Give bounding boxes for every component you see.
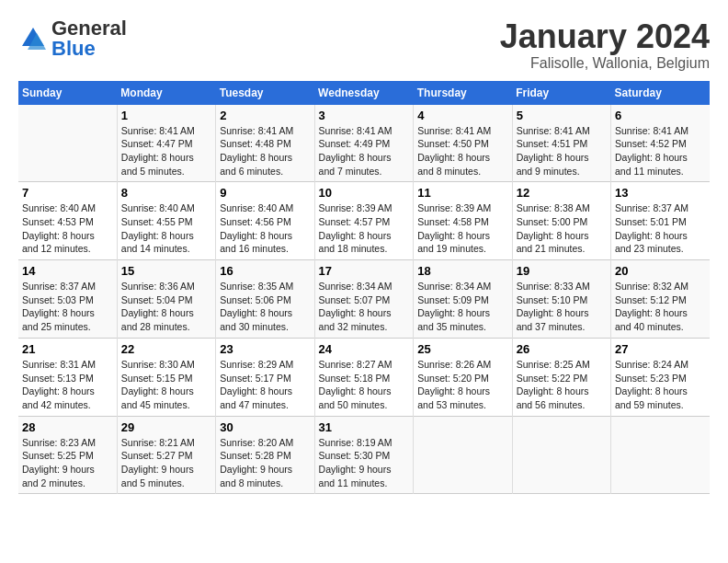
day-info: Sunrise: 8:32 AM Sunset: 5:12 PM Dayligh… bbox=[615, 280, 706, 334]
day-number: 23 bbox=[220, 342, 310, 356]
header-cell-wednesday: Wednesday bbox=[314, 81, 414, 105]
day-info: Sunrise: 8:34 AM Sunset: 5:09 PM Dayligh… bbox=[417, 280, 507, 334]
calendar-cell: 23Sunrise: 8:29 AM Sunset: 5:17 PM Dayli… bbox=[216, 338, 314, 416]
title-block: January 2024 Falisolle, Wallonia, Belgiu… bbox=[500, 18, 710, 72]
header-cell-monday: Monday bbox=[117, 81, 215, 105]
day-info: Sunrise: 8:27 AM Sunset: 5:18 PM Dayligh… bbox=[319, 358, 410, 412]
calendar-cell: 3Sunrise: 8:41 AM Sunset: 4:49 PM Daylig… bbox=[314, 105, 414, 182]
day-number: 13 bbox=[615, 186, 706, 200]
day-info: Sunrise: 8:19 AM Sunset: 5:30 PM Dayligh… bbox=[319, 436, 410, 490]
day-info: Sunrise: 8:26 AM Sunset: 5:20 PM Dayligh… bbox=[417, 358, 507, 412]
day-number: 3 bbox=[319, 109, 410, 122]
calendar-cell: 24Sunrise: 8:27 AM Sunset: 5:18 PM Dayli… bbox=[314, 338, 414, 416]
day-number: 25 bbox=[417, 342, 507, 356]
day-number: 4 bbox=[417, 109, 507, 122]
calendar-cell: 1Sunrise: 8:41 AM Sunset: 4:47 PM Daylig… bbox=[117, 105, 215, 182]
calendar-cell: 15Sunrise: 8:36 AM Sunset: 5:04 PM Dayli… bbox=[117, 260, 215, 339]
week-row-3: 14Sunrise: 8:37 AM Sunset: 5:03 PM Dayli… bbox=[18, 260, 710, 339]
week-row-5: 28Sunrise: 8:23 AM Sunset: 5:25 PM Dayli… bbox=[18, 416, 710, 494]
calendar-cell: 16Sunrise: 8:35 AM Sunset: 5:06 PM Dayli… bbox=[216, 260, 314, 339]
calendar-cell: 5Sunrise: 8:41 AM Sunset: 4:51 PM Daylig… bbox=[512, 105, 610, 182]
day-number: 6 bbox=[615, 109, 706, 122]
month-title: January 2024 bbox=[500, 18, 710, 55]
calendar-cell bbox=[512, 416, 610, 494]
day-info: Sunrise: 8:39 AM Sunset: 4:58 PM Dayligh… bbox=[417, 201, 507, 256]
day-number: 15 bbox=[121, 264, 211, 278]
day-info: Sunrise: 8:24 AM Sunset: 5:23 PM Dayligh… bbox=[615, 358, 706, 412]
header-row: SundayMondayTuesdayWednesdayThursdayFrid… bbox=[18, 81, 710, 105]
day-number: 16 bbox=[220, 264, 310, 278]
location: Falisolle, Wallonia, Belgium bbox=[500, 55, 710, 72]
week-row-4: 21Sunrise: 8:31 AM Sunset: 5:13 PM Dayli… bbox=[18, 338, 710, 416]
calendar-cell: 18Sunrise: 8:34 AM Sunset: 5:09 PM Dayli… bbox=[414, 260, 512, 339]
calendar-cell: 10Sunrise: 8:39 AM Sunset: 4:57 PM Dayli… bbox=[314, 182, 414, 260]
calendar-cell: 14Sunrise: 8:37 AM Sunset: 5:03 PM Dayli… bbox=[18, 260, 117, 339]
day-number: 2 bbox=[220, 109, 310, 122]
calendar-cell: 28Sunrise: 8:23 AM Sunset: 5:25 PM Dayli… bbox=[18, 416, 117, 494]
calendar-cell: 21Sunrise: 8:31 AM Sunset: 5:13 PM Dayli… bbox=[18, 338, 117, 416]
calendar-cell: 19Sunrise: 8:33 AM Sunset: 5:10 PM Dayli… bbox=[512, 260, 610, 339]
calendar-cell: 11Sunrise: 8:39 AM Sunset: 4:58 PM Dayli… bbox=[414, 182, 512, 260]
day-number: 28 bbox=[22, 420, 113, 434]
day-info: Sunrise: 8:23 AM Sunset: 5:25 PM Dayligh… bbox=[22, 436, 113, 490]
day-number: 19 bbox=[517, 264, 607, 278]
day-number: 14 bbox=[22, 264, 113, 278]
day-info: Sunrise: 8:37 AM Sunset: 5:01 PM Dayligh… bbox=[615, 201, 706, 256]
day-info: Sunrise: 8:39 AM Sunset: 4:57 PM Dayligh… bbox=[319, 201, 410, 256]
day-number: 27 bbox=[615, 342, 706, 356]
day-info: Sunrise: 8:30 AM Sunset: 5:15 PM Dayligh… bbox=[121, 358, 211, 412]
calendar-cell: 6Sunrise: 8:41 AM Sunset: 4:52 PM Daylig… bbox=[611, 105, 710, 182]
calendar-cell: 29Sunrise: 8:21 AM Sunset: 5:27 PM Dayli… bbox=[117, 416, 215, 494]
day-info: Sunrise: 8:41 AM Sunset: 4:52 PM Dayligh… bbox=[615, 124, 706, 178]
day-info: Sunrise: 8:41 AM Sunset: 4:51 PM Dayligh… bbox=[517, 124, 607, 178]
calendar-table: SundayMondayTuesdayWednesdayThursdayFrid… bbox=[18, 81, 710, 495]
calendar-header: SundayMondayTuesdayWednesdayThursdayFrid… bbox=[18, 81, 710, 105]
day-number: 24 bbox=[319, 342, 410, 356]
day-info: Sunrise: 8:34 AM Sunset: 5:07 PM Dayligh… bbox=[319, 280, 410, 334]
calendar-cell: 27Sunrise: 8:24 AM Sunset: 5:23 PM Dayli… bbox=[611, 338, 710, 416]
calendar-cell bbox=[414, 416, 512, 494]
calendar-cell: 13Sunrise: 8:37 AM Sunset: 5:01 PM Dayli… bbox=[611, 182, 710, 260]
day-info: Sunrise: 8:37 AM Sunset: 5:03 PM Dayligh… bbox=[22, 280, 113, 334]
calendar-cell bbox=[611, 416, 710, 494]
day-info: Sunrise: 8:41 AM Sunset: 4:50 PM Dayligh… bbox=[417, 124, 507, 178]
calendar-cell: 22Sunrise: 8:30 AM Sunset: 5:15 PM Dayli… bbox=[117, 338, 215, 416]
day-info: Sunrise: 8:41 AM Sunset: 4:48 PM Dayligh… bbox=[220, 124, 310, 178]
header-cell-tuesday: Tuesday bbox=[216, 81, 314, 105]
day-number: 29 bbox=[121, 420, 211, 434]
calendar-cell bbox=[18, 105, 117, 182]
calendar-cell: 20Sunrise: 8:32 AM Sunset: 5:12 PM Dayli… bbox=[611, 260, 710, 339]
day-info: Sunrise: 8:40 AM Sunset: 4:53 PM Dayligh… bbox=[22, 201, 113, 256]
calendar-cell: 8Sunrise: 8:40 AM Sunset: 4:55 PM Daylig… bbox=[117, 182, 215, 260]
day-number: 8 bbox=[121, 186, 211, 200]
day-info: Sunrise: 8:29 AM Sunset: 5:17 PM Dayligh… bbox=[220, 358, 310, 412]
day-info: Sunrise: 8:38 AM Sunset: 5:00 PM Dayligh… bbox=[517, 201, 607, 256]
week-row-1: 1Sunrise: 8:41 AM Sunset: 4:47 PM Daylig… bbox=[18, 105, 710, 182]
calendar-cell: 4Sunrise: 8:41 AM Sunset: 4:50 PM Daylig… bbox=[414, 105, 512, 182]
day-info: Sunrise: 8:21 AM Sunset: 5:27 PM Dayligh… bbox=[121, 436, 211, 490]
calendar-cell: 9Sunrise: 8:40 AM Sunset: 4:56 PM Daylig… bbox=[216, 182, 314, 260]
calendar-cell: 31Sunrise: 8:19 AM Sunset: 5:30 PM Dayli… bbox=[314, 416, 414, 494]
calendar-cell: 17Sunrise: 8:34 AM Sunset: 5:07 PM Dayli… bbox=[314, 260, 414, 339]
day-number: 9 bbox=[220, 186, 310, 200]
day-number: 10 bbox=[319, 186, 410, 200]
calendar-cell: 30Sunrise: 8:20 AM Sunset: 5:28 PM Dayli… bbox=[216, 416, 314, 494]
calendar-cell: 25Sunrise: 8:26 AM Sunset: 5:20 PM Dayli… bbox=[414, 338, 512, 416]
day-number: 31 bbox=[319, 420, 410, 434]
header-cell-saturday: Saturday bbox=[611, 81, 710, 105]
day-number: 11 bbox=[417, 186, 507, 200]
header-cell-sunday: Sunday bbox=[18, 81, 117, 105]
day-number: 17 bbox=[319, 264, 410, 278]
day-info: Sunrise: 8:31 AM Sunset: 5:13 PM Dayligh… bbox=[22, 358, 113, 412]
header-cell-thursday: Thursday bbox=[414, 81, 512, 105]
day-number: 1 bbox=[121, 109, 211, 122]
week-row-2: 7Sunrise: 8:40 AM Sunset: 4:53 PM Daylig… bbox=[18, 182, 710, 260]
calendar-cell: 26Sunrise: 8:25 AM Sunset: 5:22 PM Dayli… bbox=[512, 338, 610, 416]
calendar-cell: 7Sunrise: 8:40 AM Sunset: 4:53 PM Daylig… bbox=[18, 182, 117, 260]
day-number: 5 bbox=[517, 109, 607, 122]
calendar-cell: 2Sunrise: 8:41 AM Sunset: 4:48 PM Daylig… bbox=[216, 105, 314, 182]
day-info: Sunrise: 8:36 AM Sunset: 5:04 PM Dayligh… bbox=[121, 280, 211, 334]
day-info: Sunrise: 8:40 AM Sunset: 4:55 PM Dayligh… bbox=[121, 201, 211, 256]
day-info: Sunrise: 8:20 AM Sunset: 5:28 PM Dayligh… bbox=[220, 436, 310, 490]
logo: General Blue bbox=[18, 18, 127, 59]
